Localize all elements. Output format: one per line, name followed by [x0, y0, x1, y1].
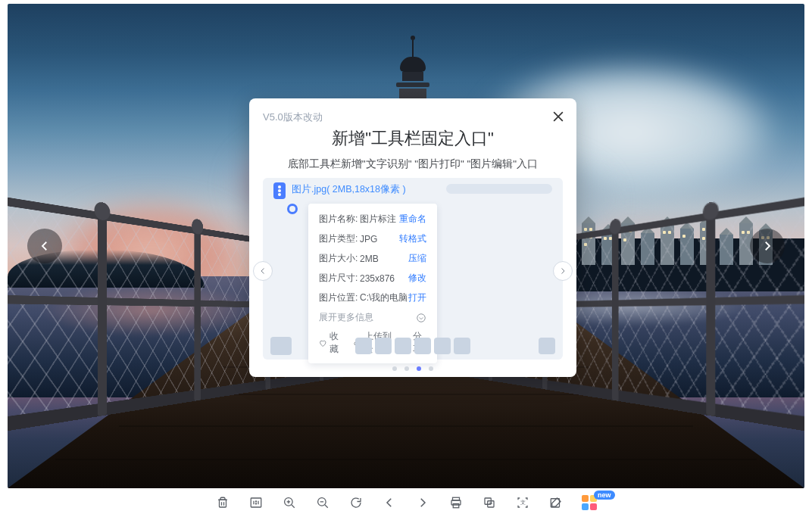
svg-rect-22	[453, 504, 459, 508]
page-dot[interactable]	[404, 366, 409, 371]
preview-next-button[interactable]	[553, 261, 573, 281]
svg-point-11	[255, 503, 256, 504]
new-badge: new	[594, 491, 615, 500]
printer-icon	[449, 496, 463, 509]
chevron-left-icon	[383, 496, 396, 509]
svg-text:文: 文	[520, 500, 526, 505]
info-name-key: 图片名称:	[319, 213, 360, 226]
modal-title: 新增"工具栏固定入口"	[249, 127, 576, 150]
bottom-toolbar: 文 new	[0, 488, 812, 517]
one-to-one-icon	[249, 496, 263, 509]
zoom-out-button[interactable]	[315, 495, 330, 510]
edit-icon	[549, 496, 563, 509]
delete-button[interactable]	[215, 495, 230, 510]
expand-label: 展开更多信息	[319, 311, 373, 324]
viewer-prev-button[interactable]	[27, 229, 62, 263]
ocr-copy-button[interactable]	[482, 495, 497, 510]
zoom-in-icon	[283, 496, 296, 509]
info-size-val: 2MB	[360, 254, 408, 264]
actual-size-button[interactable]	[248, 495, 264, 510]
version-label: V5.0版本改动	[263, 111, 323, 124]
chevron-down-icon	[416, 313, 426, 323]
page-dot[interactable]	[392, 366, 397, 371]
info-dim-key: 图片尺寸:	[319, 272, 360, 285]
placeholder-pill	[446, 184, 552, 194]
thumbnail[interactable]	[395, 338, 411, 354]
rotate-button[interactable]	[348, 495, 364, 510]
print-button[interactable]	[448, 495, 464, 510]
close-button[interactable]	[551, 109, 566, 127]
thumbnail[interactable]	[355, 338, 372, 354]
page-dot[interactable]	[429, 366, 433, 371]
copy-ocr-icon	[483, 496, 496, 509]
thumbnail[interactable]	[454, 338, 470, 354]
info-type-key: 图片类型:	[319, 232, 360, 245]
info-type-val: JPG	[360, 234, 399, 244]
rotate-icon	[349, 496, 363, 509]
svg-rect-5	[220, 500, 226, 507]
compress-link[interactable]: 压缩	[408, 252, 426, 265]
modal-pager	[249, 366, 576, 371]
svg-point-2	[417, 313, 426, 322]
preview-prev-button[interactable]	[253, 261, 273, 281]
info-name-val: 图片标注	[360, 213, 399, 226]
page-dot-active[interactable]	[417, 366, 421, 371]
convert-link[interactable]: 转格式	[399, 232, 426, 245]
modal-subtitle: 底部工具栏新增"文字识别" "图片打印" "图片编辑"入口	[249, 157, 576, 171]
edit-button[interactable]	[548, 495, 564, 510]
expand-more-button[interactable]: 展开更多信息	[319, 311, 426, 324]
viewer-next-button[interactable]	[750, 229, 785, 263]
menu-dots-icon	[273, 182, 286, 199]
thumbnail[interactable]	[434, 338, 451, 354]
apps-button[interactable]: new	[582, 495, 597, 510]
svg-rect-8	[251, 498, 261, 507]
zoom-out-icon	[316, 496, 329, 509]
preview-filename: 图片.jpg( 2MB,18x18像素 )	[292, 183, 406, 196]
scan-text-icon: 文	[516, 496, 529, 509]
ocr-detect-button[interactable]: 文	[515, 495, 530, 510]
svg-line-14	[292, 505, 295, 508]
chevron-right-icon	[416, 496, 429, 509]
prev-image-button[interactable]	[382, 495, 397, 510]
thumbnail[interactable]	[375, 338, 392, 354]
next-image-button[interactable]	[415, 495, 430, 510]
rename-link[interactable]: 重命名	[399, 213, 426, 226]
preview-mockup: 图片.jpg( 2MB,18x18像素 ) 图片名称:图片标注重命名 图片类型:…	[263, 178, 563, 360]
trash-icon	[216, 496, 230, 509]
open-link[interactable]: 打开	[408, 291, 426, 304]
info-dim-val: 235x876	[360, 273, 408, 284]
info-loc-val: C:\我的电脑	[360, 291, 408, 304]
svg-point-10	[255, 501, 256, 502]
svg-line-18	[325, 505, 328, 508]
cursor-indicator-icon	[287, 204, 298, 214]
info-size-key: 图片大小:	[319, 252, 360, 265]
thumbnail[interactable]	[539, 338, 555, 354]
zoom-in-button[interactable]	[282, 495, 297, 510]
changelog-modal: V5.0版本改动 新增"工具栏固定入口" 底部工具栏新增"文字识别" "图片打印…	[249, 98, 576, 377]
thumbnail-strip	[263, 337, 563, 355]
info-loc-key: 图片位置:	[319, 291, 360, 304]
thumbnail[interactable]	[270, 337, 292, 355]
resize-link[interactable]: 修改	[408, 272, 426, 285]
thumbnail[interactable]	[414, 338, 431, 354]
